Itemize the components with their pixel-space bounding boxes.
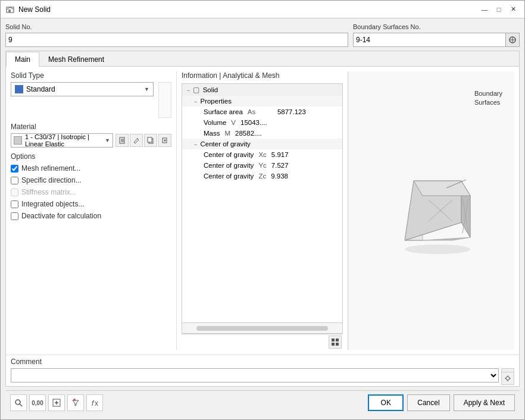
surface-area-label: Surface area [204, 108, 243, 115]
footer-value-btn[interactable]: 0,00 [29, 394, 46, 411]
grid-icon [331, 338, 339, 346]
integrated-objects-label[interactable]: Integrated objects... [21, 200, 84, 208]
material-new-btn[interactable] [158, 134, 171, 147]
ok-button[interactable]: OK [368, 394, 404, 411]
main-window: New Solid — □ ✕ Solid No. Boundary Surfa… [0, 0, 525, 420]
tab-mesh-refinement[interactable]: Mesh Refinement [39, 52, 113, 67]
middle-panel: Information | Analytical & Mesh − ▢ Soli… [176, 71, 343, 350]
solid-type-selector[interactable]: Standard ▼ [11, 82, 154, 96]
material-section: Material 1 - C30/37 | Isotropic | Linear… [11, 123, 171, 148]
mesh-refinement-label[interactable]: Mesh refinement... [21, 164, 80, 173]
material-selector[interactable]: 1 - C30/37 | Isotropic | Linear Elastic … [11, 133, 113, 148]
cog-z-key: Zc [258, 173, 266, 180]
stiffness-matrix-label: Stiffness matrix... [21, 188, 76, 196]
left-panel: Solid Type Standard ▼ Material [11, 71, 171, 350]
option-deactivate: Deactivate for calculation [11, 212, 171, 220]
cancel-button[interactable]: Cancel [407, 394, 449, 411]
cog-collapse-icon: − [194, 142, 197, 148]
material-edit-btn[interactable] [130, 134, 143, 147]
boundary-no-row [353, 33, 520, 47]
specific-direction-label[interactable]: Specific direction... [21, 176, 82, 184]
comment-section: Comment [6, 355, 519, 386]
footer-left: 0,00 f [10, 394, 103, 411]
cog-x-key: Xc [258, 151, 266, 158]
footer-filter-btn[interactable] [67, 394, 84, 411]
cog-x-label: Center of gravity [204, 151, 254, 158]
boundary-no-input[interactable] [353, 33, 505, 47]
boundary-surfaces-label: Boundary Surfaces [474, 89, 502, 108]
tree-mass-row: Mass M 28582.... [182, 128, 342, 139]
footer-add-btn[interactable] [48, 394, 65, 411]
view-icon-area [501, 372, 514, 385]
boundary-no-btn[interactable] [505, 33, 520, 47]
solid-no-input[interactable] [5, 33, 348, 47]
info-hscrollbar[interactable] [182, 323, 343, 334]
mesh-refinement-checkbox[interactable] [11, 165, 18, 173]
material-browse-btn[interactable] [115, 134, 129, 147]
view-settings-btn[interactable] [501, 372, 514, 385]
tabs: Main Mesh Refinement [6, 51, 519, 67]
material-copy-btn[interactable] [144, 134, 157, 147]
properties-collapse-icon: − [194, 99, 197, 105]
minimize-button[interactable]: — [478, 4, 491, 15]
filter-icon [71, 399, 80, 407]
tree-root-row: − ▢ Solid [182, 84, 342, 96]
apply-next-button[interactable]: Apply & Next [454, 394, 515, 411]
footer-right: OK Cancel Apply & Next [368, 394, 515, 411]
option-mesh-refinement: Mesh refinement... [11, 164, 171, 173]
title-buttons: — □ ✕ [478, 4, 520, 15]
volume-key: V [231, 119, 236, 126]
window-icon [5, 5, 15, 14]
svg-rect-18 [336, 343, 339, 346]
material-label: Material [11, 123, 171, 131]
tab-content-main: Solid Type Standard ▼ Material [6, 67, 519, 355]
cog-z-value: 9.938 [271, 173, 288, 180]
solid-type-value: Standard [26, 85, 144, 93]
edit-icon [133, 137, 140, 144]
cog-y-label: Center of gravity [204, 162, 254, 169]
comment-select[interactable] [11, 368, 499, 383]
cog-y-value: 7.527 [271, 162, 289, 169]
svg-rect-1 [8, 10, 11, 12]
deactivate-checkbox[interactable] [11, 212, 18, 220]
mass-label: Mass [204, 130, 220, 137]
options-section: Options Mesh refinement... Specific dire… [11, 152, 171, 220]
pick-icon [509, 36, 516, 43]
tab-main[interactable]: Main [6, 52, 39, 67]
tree-cog-label: Center of gravity [200, 140, 250, 148]
svg-rect-16 [336, 338, 339, 341]
footer: 0,00 f [5, 390, 520, 415]
option-stiffness-matrix: Stiffness matrix... [11, 188, 171, 196]
maximize-button[interactable]: □ [492, 4, 505, 15]
integrated-objects-checkbox[interactable] [11, 200, 18, 208]
material-color-swatch [14, 136, 22, 145]
info-tree-scroll[interactable]: − ▢ Solid − [182, 83, 343, 323]
top-row: Solid No. Boundary Surfaces No. [5, 23, 520, 47]
footer-search-btn[interactable] [10, 394, 27, 411]
footer-function-btn[interactable]: f x [86, 394, 103, 411]
comment-field-row [11, 368, 514, 383]
value-icon: 0,00 [32, 400, 43, 406]
deactivate-label[interactable]: Deactivate for calculation [21, 212, 101, 220]
volume-value: 15043.... [240, 119, 267, 126]
close-button[interactable]: ✕ [507, 4, 520, 15]
tree-cog-yc-row: Center of gravity Yc 7.527 [182, 160, 342, 171]
tree-surface-area-row: Surface area As 5877.123 [182, 106, 342, 117]
specific-direction-checkbox[interactable] [11, 177, 18, 184]
tree-cog-zc-row: Center of gravity Zc 9.938 [182, 171, 342, 181]
cog-z-label: Center of gravity [204, 173, 254, 180]
main-content: Solid No. Boundary Surfaces No. [1, 18, 524, 419]
material-selector-row: 1 - C30/37 | Isotropic | Linear Elastic … [11, 133, 171, 148]
option-specific-direction: Specific direction... [11, 176, 171, 184]
svg-line-41 [20, 404, 22, 406]
info-grid-btn[interactable] [329, 336, 342, 349]
book-icon [118, 137, 126, 144]
mass-key: M [224, 130, 230, 137]
type-placeholder [158, 82, 171, 118]
function-icon: f x [90, 399, 99, 407]
search-icon [14, 399, 23, 407]
tree-volume-row: Volume V 15043.... [182, 117, 342, 128]
solid-type-chevron-icon: ▼ [144, 86, 149, 92]
tree-cog-header: − Center of gravity [182, 139, 342, 149]
copy-icon [147, 137, 154, 144]
